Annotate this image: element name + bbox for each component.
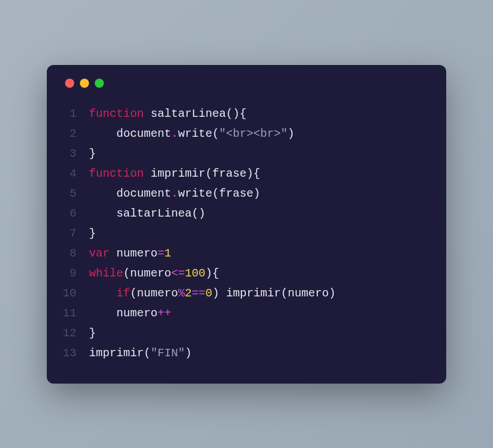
code-token: function [89,167,151,180]
maximize-icon[interactable] [95,79,104,88]
line-number: 12 [63,323,89,343]
code-line: 8var numero=1 [63,243,430,263]
line-content: while(numero<=100){ [89,263,219,283]
line-content: imprimir("FIN") [89,343,192,363]
code-token: numero [288,287,329,300]
code-token: 1 [164,247,171,260]
minimize-icon[interactable] [80,79,89,88]
code-token: ( [123,267,130,280]
code-token: } [89,327,96,340]
code-line: 4function imprimir(frase){ [63,164,430,184]
line-content: numero++ [89,303,171,323]
code-line: 13imprimir("FIN") [63,343,430,363]
code-line: 2 document.write("<br><br>") [63,124,430,144]
code-token: ) [253,187,260,200]
line-content: } [89,144,96,164]
code-token: while [89,267,123,280]
window-titlebar [63,79,430,88]
code-token: frase [212,167,246,180]
code-window: 1function saltarLinea(){2 document.write… [47,65,446,384]
code-token: ) [212,287,226,300]
code-token: () [192,207,205,220]
code-token: ){ [205,267,219,280]
code-token: } [89,227,96,240]
code-block: 1function saltarLinea(){2 document.write… [63,104,430,363]
line-number: 10 [63,283,89,303]
code-line: 7} [63,223,430,243]
code-token: numero [137,287,178,300]
code-line: 12} [63,323,430,343]
code-token: ( [212,187,219,200]
code-token: ( [212,127,219,140]
code-token: imprimir [151,167,205,180]
code-token: write [178,187,212,200]
code-token: == [192,287,205,300]
line-content: document.write("<br><br>") [89,124,294,144]
code-token: ) [288,127,294,140]
code-token: ( [130,287,137,300]
line-number: 1 [63,104,89,124]
code-token: } [89,147,96,160]
code-token: . [171,187,178,200]
line-content: } [89,323,96,343]
code-token: var [89,247,116,260]
code-token: numero [116,307,157,320]
line-number: 5 [63,184,89,203]
line-content: function imprimir(frase){ [89,164,260,184]
code-line: 3} [63,144,430,164]
line-content: if(numero%2==0) imprimir(numero) [89,283,336,303]
code-token: function [89,107,151,120]
code-token: % [178,287,185,300]
code-token: 2 [185,287,192,300]
code-token: (){ [226,107,246,120]
code-token: saltarLinea [116,207,192,220]
code-token: numero [116,247,157,260]
line-number: 6 [63,203,89,223]
code-token: "FIN" [151,347,185,360]
code-token: . [171,127,178,140]
line-number: 3 [63,144,89,164]
code-token: write [178,127,212,140]
code-token: 100 [185,267,205,280]
line-number: 2 [63,124,89,144]
code-token: document [116,187,171,200]
code-token: ( [205,167,212,180]
line-content: var numero=1 [89,243,171,263]
line-number: 13 [63,343,89,363]
code-token: ) [185,347,192,360]
code-token: 0 [205,287,212,300]
code-line: 6 saltarLinea() [63,203,430,223]
code-token: ){ [246,167,260,180]
line-content: saltarLinea() [89,203,205,223]
line-number: 7 [63,223,89,243]
code-token: ( [144,347,151,360]
code-line: 9while(numero<=100){ [63,263,430,283]
line-number: 9 [63,263,89,283]
code-token: <= [171,267,185,280]
line-content: document.write(frase) [89,184,260,203]
code-token: numero [130,267,171,280]
code-line: 10 if(numero%2==0) imprimir(numero) [63,283,430,303]
code-token: imprimir [89,347,144,360]
code-token: = [157,247,164,260]
code-token: ++ [157,307,171,320]
code-token: ( [281,287,288,300]
code-line: 1function saltarLinea(){ [63,104,430,124]
code-token: imprimir [226,287,281,300]
code-token: frase [219,187,253,200]
code-line: 5 document.write(frase) [63,184,430,203]
line-content: function saltarLinea(){ [89,104,246,124]
line-number: 11 [63,303,89,323]
line-number: 8 [63,243,89,263]
code-line: 11 numero++ [63,303,430,323]
code-token: saltarLinea [151,107,226,120]
line-number: 4 [63,164,89,184]
line-content: } [89,223,96,243]
code-token: ) [329,287,336,300]
code-token: if [116,287,130,300]
code-token: "<br><br>" [219,127,288,140]
close-icon[interactable] [65,79,74,88]
code-token: document [116,127,171,140]
